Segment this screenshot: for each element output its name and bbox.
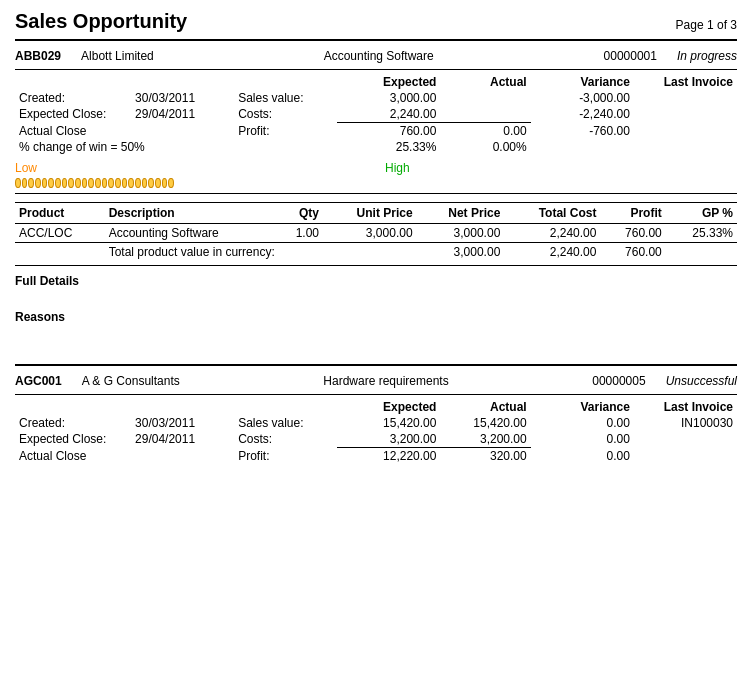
record-1-number: 00000001 xyxy=(604,49,657,63)
dot-5 xyxy=(42,178,48,188)
dot-7 xyxy=(55,178,61,188)
profit-lastinv xyxy=(634,123,737,140)
win-expected: 25.33% xyxy=(337,139,440,155)
financial-row-4: % change of win = 50% 25.33% 0.00% xyxy=(15,139,737,155)
dot-24 xyxy=(168,178,174,188)
actualclose-value xyxy=(131,123,234,140)
r2-created-value: 30/03/2011 xyxy=(131,415,234,431)
dot-21 xyxy=(148,178,154,188)
total-totalcost: 2,240.00 xyxy=(504,243,600,262)
col-totalcost: Total Cost xyxy=(504,203,600,224)
expectedclose-value: 29/04/2011 xyxy=(131,106,234,123)
product-desc: Accounting Software xyxy=(105,224,278,243)
dot-2 xyxy=(22,178,28,188)
r2-actualclose-label: Actual Close xyxy=(15,448,131,465)
salesvalue-label: Sales value: xyxy=(234,90,337,106)
win-lastinv xyxy=(634,139,737,155)
record-2-divider xyxy=(15,364,737,366)
r2-profit-lastinv xyxy=(634,448,737,465)
dot-20 xyxy=(142,178,148,188)
col-netprice: Net Price xyxy=(417,203,505,224)
record-1-financial-table: Expected Actual Variance Last Invoice Cr… xyxy=(15,74,737,155)
salesvalue-variance: -3,000.00 xyxy=(531,90,634,106)
r2-salesvalue-actual: 15,420.00 xyxy=(440,415,530,431)
dot-4 xyxy=(35,178,41,188)
r2-costs-label: Costs: xyxy=(234,431,337,448)
header-divider xyxy=(15,39,737,41)
dot-11 xyxy=(82,178,88,188)
dot-18 xyxy=(128,178,134,188)
salesvalue-lastinv xyxy=(634,90,737,106)
products-total-row: Total product value in currency: 3,000.0… xyxy=(15,243,737,262)
col-description: Description xyxy=(105,203,278,224)
costs-expected: 2,240.00 xyxy=(337,106,440,123)
costs-actual xyxy=(440,106,530,123)
r2-profit-expected: 12,220.00 xyxy=(337,448,440,465)
r2-profit-label: Profit: xyxy=(234,448,337,465)
product-row-1: ACC/LOC Accounting Software 1.00 3,000.0… xyxy=(15,224,737,243)
record-2-number: 00000005 xyxy=(592,374,645,388)
page-title: Sales Opportunity xyxy=(15,10,187,33)
dot-17 xyxy=(122,178,128,188)
record-1-top-divider xyxy=(15,69,737,70)
dot-12 xyxy=(88,178,94,188)
record-1-products-table: Product Description Qty Unit Price Net P… xyxy=(15,202,737,261)
record-1-products-divider xyxy=(15,193,737,194)
created-label: Created: xyxy=(15,90,131,106)
record-1-bottom-divider xyxy=(15,265,737,266)
probability-bar xyxy=(15,177,175,189)
financial-row-3: Actual Close Profit: 760.00 0.00 -760.00 xyxy=(15,123,737,140)
product-qty: 1.00 xyxy=(277,224,323,243)
total-profit: 760.00 xyxy=(600,243,665,262)
record-2-id: AGC001 xyxy=(15,374,62,388)
r2-financial-row-2: Expected Close: 29/04/2011 Costs: 3,200.… xyxy=(15,431,737,448)
win-variance xyxy=(531,139,634,155)
product-unitprice: 3,000.00 xyxy=(323,224,417,243)
r2-actualclose-value xyxy=(131,448,234,465)
created-value: 30/03/2011 xyxy=(131,90,234,106)
r2-salesvalue-expected: 15,420.00 xyxy=(337,415,440,431)
r2-salesvalue-variance: 0.00 xyxy=(531,415,634,431)
record-1: ABB029 Albott Limited Accounting Softwar… xyxy=(15,49,737,348)
total-gp-empty xyxy=(666,243,737,262)
high-label: High xyxy=(385,161,410,175)
r2-expectedclose-value: 29/04/2011 xyxy=(131,431,234,448)
salesvalue-actual xyxy=(440,90,530,106)
profit-expected: 760.00 xyxy=(337,123,440,140)
r2-costs-actual: 3,200.00 xyxy=(440,431,530,448)
r2-financial-row-1: Created: 30/03/2011 Sales value: 15,420.… xyxy=(15,415,737,431)
record-2-top-divider xyxy=(15,394,737,395)
r2-profit-variance: 0.00 xyxy=(531,448,634,465)
profit-actual: 0.00 xyxy=(440,123,530,140)
col-profit: Profit xyxy=(600,203,665,224)
r2-header-expected: Expected xyxy=(337,399,440,415)
costs-label: Costs: xyxy=(234,106,337,123)
probability-row: Low High xyxy=(15,161,737,175)
product-id: ACC/LOC xyxy=(15,224,105,243)
profit-label: Profit: xyxy=(234,123,337,140)
salesvalue-expected: 3,000.00 xyxy=(337,90,440,106)
product-netprice: 3,000.00 xyxy=(417,224,505,243)
col-product: Product xyxy=(15,203,105,224)
record-1-status: In progress xyxy=(677,49,737,63)
r2-costs-variance: 0.00 xyxy=(531,431,634,448)
dot-10 xyxy=(75,178,81,188)
record-1-company: Albott Limited xyxy=(81,49,154,63)
r2-header-variance: Variance xyxy=(531,399,634,415)
page-number: Page 1 of 3 xyxy=(676,18,737,32)
header-actual: Actual xyxy=(440,74,530,90)
expectedclose-label: Expected Close: xyxy=(15,106,131,123)
r2-salesvalue-lastinv: IN100030 xyxy=(634,415,737,431)
win-change-label: % change of win = 50% xyxy=(15,139,234,155)
product-profit: 760.00 xyxy=(600,224,665,243)
total-netprice: 3,000.00 xyxy=(417,243,505,262)
r2-financial-row-3: Actual Close Profit: 12,220.00 320.00 0.… xyxy=(15,448,737,465)
record-2-company: A & G Consultants xyxy=(82,374,180,388)
dot-16 xyxy=(115,178,121,188)
dot-3 xyxy=(28,178,34,188)
win-actual: 0.00% xyxy=(440,139,530,155)
full-details-section: Full Details xyxy=(15,274,737,288)
total-label-empty xyxy=(15,243,105,262)
r2-profit-actual: 320.00 xyxy=(440,448,530,465)
header-expected: Expected xyxy=(337,74,440,90)
